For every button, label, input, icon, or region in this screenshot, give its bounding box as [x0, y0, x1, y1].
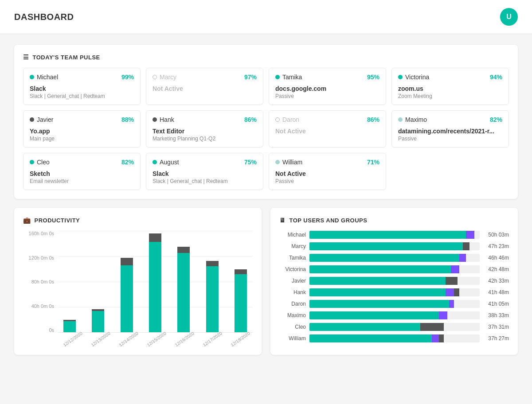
status-dot	[30, 117, 34, 122]
pulse-item[interactable]: Hank 86% Text Editor Marketing Planning …	[146, 110, 263, 148]
member-pct: 88%	[121, 116, 134, 123]
user-bar-row: Javier42h 33m	[279, 277, 509, 285]
user-purple-bar	[451, 265, 459, 273]
member-pct: 86%	[367, 116, 379, 123]
top-users-label: TOP USERS AND GROUPS	[289, 217, 368, 224]
status-dot	[398, 75, 403, 79]
user-bar-container	[309, 323, 480, 331]
user-bar-row: William37h 27m	[279, 334, 509, 342]
pulse-item[interactable]: Tamika 95% docs.google.com Passive	[269, 68, 386, 105]
bar-dark	[235, 269, 247, 274]
user-time-value: 41h 05m	[483, 301, 509, 307]
user-teal-bar	[309, 242, 463, 250]
x-label: 12/14/2020	[118, 331, 139, 348]
avatar[interactable]: U	[500, 8, 518, 26]
member-inactive: Not Active	[153, 85, 257, 92]
member-name: Maximo	[405, 116, 427, 123]
user-bar-row: Marcy47h 23m	[279, 242, 509, 250]
x-label: 12/13/2020	[90, 331, 111, 348]
user-gray-bar	[439, 334, 444, 342]
pulse-item[interactable]: Cleo 82% Sketch Email newsletter	[23, 153, 141, 190]
pulse-item[interactable]: Victorina 94% zoom.us Zoom Meeting	[391, 68, 509, 105]
user-gray-bar	[420, 323, 444, 331]
user-bar-container	[309, 288, 480, 296]
status-dot	[275, 160, 280, 164]
member-app: datamining.com/recents/2021-r...	[398, 128, 502, 135]
pulse-item[interactable]: Daron 86% Not Active	[269, 110, 386, 148]
member-pct: 75%	[244, 159, 257, 166]
member-app: Sketch	[30, 170, 134, 177]
member-pct: 99%	[121, 74, 134, 81]
member-app: docs.google.com	[275, 85, 379, 92]
chart-bars	[58, 231, 253, 333]
pulse-icon: ☰	[23, 54, 29, 61]
bar-dark	[121, 258, 133, 265]
y-label: 80h 0m 0s	[23, 279, 54, 284]
main-content: ☰ TODAY'S TEAM PULSE Michael 99% Slack S…	[0, 34, 532, 365]
pulse-item[interactable]: Marcy 97% Not Active	[146, 68, 263, 105]
user-name-label: Cleo	[279, 324, 306, 330]
y-axis-labels: 160h 0m 0s120h 0m 0s80h 0m 0s40h 0m 0s0s	[23, 231, 54, 333]
member-detail: Passive	[275, 178, 379, 184]
y-label: 120h 0m 0s	[23, 255, 54, 260]
page-title: DASHBOARD	[14, 12, 74, 22]
pulse-item[interactable]: William 71% Not Active Passive	[269, 153, 386, 190]
user-teal-bar	[309, 265, 451, 273]
member-app: Slack	[153, 170, 257, 177]
status-dot	[30, 160, 34, 164]
pulse-item[interactable]: August 75% Slack Slack | General_chat | …	[146, 153, 263, 190]
user-teal-bar	[309, 277, 446, 285]
member-app: zoom.us	[398, 85, 502, 92]
user-time-value: 37h 31m	[483, 324, 509, 330]
bar-dark	[177, 247, 190, 253]
top-users-header: 🖥 TOP USERS AND GROUPS	[279, 217, 509, 224]
x-label: 12/15/2020	[146, 331, 167, 348]
user-gray-bar	[454, 288, 459, 296]
bar-group	[172, 231, 196, 332]
pulse-item[interactable]: Michael 99% Slack Slack | General_chat |…	[23, 68, 141, 105]
status-dot	[30, 75, 34, 79]
team-pulse-header: ☰ TODAY'S TEAM PULSE	[23, 54, 509, 61]
y-label: 160h 0m 0s	[23, 231, 54, 236]
member-detail: Main page	[30, 136, 134, 142]
member-detail: Email newsletter	[30, 178, 134, 184]
user-bar-row: Daron41h 05m	[279, 300, 509, 308]
user-bar-row: Michael50h 03m	[279, 231, 509, 239]
user-time-value: 46h 46m	[483, 255, 509, 261]
user-gray-bar	[446, 277, 458, 285]
bar-teal	[121, 265, 133, 332]
pulse-item[interactable]: Javier 88% Yo.app Main page	[23, 110, 141, 148]
status-dot	[275, 75, 280, 79]
user-gray-bar	[463, 242, 469, 250]
top-users-card: 🖥 TOP USERS AND GROUPS Michael50h 03mMar…	[270, 208, 518, 355]
user-purple-bar	[446, 288, 454, 296]
member-app: Slack	[30, 85, 134, 92]
user-teal-bar	[309, 300, 449, 308]
user-bar-row: Cleo37h 31m	[279, 323, 509, 331]
user-time-value: 42h 33m	[483, 278, 509, 284]
x-label-item: 12/14/2020	[113, 333, 141, 346]
member-name: Marcy	[160, 74, 176, 81]
member-detail: Passive	[398, 136, 502, 142]
header: DASHBOARD U	[0, 0, 532, 34]
user-teal-bar	[309, 231, 466, 239]
user-teal-bar	[309, 254, 459, 262]
pulse-item[interactable]: Maximo 82% datamining.com/recents/2021-r…	[391, 110, 509, 148]
member-name: Cleo	[37, 159, 50, 166]
productivity-icon: 💼	[23, 217, 31, 224]
x-label: 12/17/2020	[202, 331, 223, 348]
bar-teal	[149, 242, 161, 332]
user-bar-container	[309, 334, 480, 342]
bottom-row: 💼 PRODUCTIVITY 160h 0m 0s120h 0m 0s80h 0…	[14, 208, 518, 355]
x-label-item: 12/13/2020	[86, 333, 113, 346]
user-name-label: Maximo	[279, 312, 306, 319]
user-bar-container	[309, 231, 480, 239]
user-name-label: Hank	[279, 289, 306, 295]
user-name-label: Marcy	[279, 243, 306, 249]
user-purple-bar	[439, 311, 447, 319]
top-users-list: Michael50h 03mMarcy47h 23mTamika46h 46mV…	[279, 231, 509, 342]
user-time-value: 37h 27m	[483, 335, 509, 342]
user-name-label: William	[279, 335, 306, 342]
user-name-label: Javier	[279, 278, 306, 284]
status-dot	[275, 117, 280, 122]
